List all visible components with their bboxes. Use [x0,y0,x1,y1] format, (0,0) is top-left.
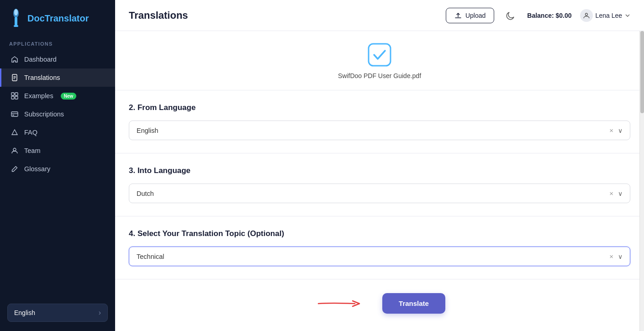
select-right-controls: × ∨ [609,126,623,134]
subscriptions-label: Subscriptions [24,110,64,118]
into-language-select[interactable]: Dutch × ∨ [129,184,630,203]
translate-button[interactable]: Translate [382,293,445,314]
sidebar-item-faq[interactable]: FAQ [0,123,115,142]
glossary-label: Glossary [24,165,50,173]
language-switcher[interactable]: English › [7,304,108,322]
topbar-actions: Upload Balance: $0.00 Lena Lee [446,7,630,24]
svg-rect-3 [14,25,18,27]
topic-select-right: × ∨ [609,252,623,260]
svg-point-16 [585,13,587,16]
from-language-value: English [137,127,158,134]
person-icon [583,12,590,19]
examples-label: Examples [24,92,53,100]
from-language-title: 2. From Language [129,103,630,112]
pen-icon [11,165,19,173]
theme-toggle-button[interactable] [502,7,519,24]
sidebar: DocTranslator APPLICATIONS Dashboard [0,0,115,331]
sidebar-item-dashboard[interactable]: Dashboard [0,50,115,68]
upload-icon [454,12,462,19]
svg-rect-8 [11,93,14,95]
chevron-down-icon [625,13,630,18]
content-area: SwifDoo PDF User Guide.pdf 2. From Langu… [115,31,644,331]
from-language-clear[interactable]: × [609,126,613,134]
svg-rect-10 [11,96,14,99]
file-card: SwifDoo PDF User Guide.pdf [338,42,421,79]
credit-card-icon [11,110,19,118]
svg-rect-14 [12,115,14,116]
grid-icon [11,92,19,100]
dashboard-label: Dashboard [24,56,57,63]
moon-icon [506,11,515,20]
app-logo-icon [9,8,23,28]
triangle-icon [11,128,19,137]
into-language-arrow: ∨ [618,190,623,197]
team-label: Team [24,147,40,154]
sidebar-item-examples[interactable]: Examples New [0,87,115,105]
sidebar-section-label: APPLICATIONS [0,37,115,50]
topic-section: 4. Select Your Translation Topic (Option… [115,216,644,279]
language-label: English [14,309,35,316]
user-menu[interactable]: Lena Lee [580,9,630,22]
svg-rect-0 [15,17,17,26]
topic-value: Technical [137,253,164,260]
arrow-container [314,295,369,312]
translations-label: Translations [24,74,60,81]
app-name: DocTranslator [27,13,89,24]
file-text-icon [11,74,19,82]
scrollbar-thumb[interactable] [640,31,644,113]
into-language-title: 3. Into Language [129,166,630,175]
svg-rect-17 [369,44,391,66]
into-language-value: Dutch [137,190,154,197]
language-arrow: › [99,309,101,317]
topic-clear[interactable]: × [609,252,613,260]
faq-label: FAQ [24,129,37,136]
user-icon [11,147,19,155]
user-avatar-icon [580,9,593,22]
file-name: SwifDoo PDF User Guide.pdf [338,72,421,79]
red-arrow-indicator [314,295,369,312]
topic-arrow: ∨ [618,253,623,260]
balance-display: Balance: $0.00 [527,12,571,19]
from-language-section: 2. From Language English × ∨ [115,90,644,153]
into-language-section: 3. Into Language Dutch × ∨ [115,153,644,216]
upload-button[interactable]: Upload [446,8,494,23]
svg-rect-12 [11,112,18,116]
home-icon [11,55,19,63]
main-content: Translations Upload Balance: $0.00 [115,0,644,331]
topbar: Translations Upload Balance: $0.00 [115,0,644,31]
svg-rect-11 [15,96,18,99]
user-name: Lena Lee [596,12,622,19]
page-title: Translations [129,10,188,21]
translate-area: Translate [115,279,644,327]
from-language-arrow: ∨ [618,127,623,134]
into-select-right: × ∨ [609,189,623,197]
topic-select[interactable]: Technical × ∨ [129,247,630,266]
sidebar-logo: DocTranslator [0,0,115,37]
sidebar-item-team[interactable]: Team [0,142,115,160]
examples-badge: New [61,93,77,100]
svg-point-2 [14,9,18,16]
file-preview-section: SwifDoo PDF User Guide.pdf [115,31,644,90]
sidebar-item-subscriptions[interactable]: Subscriptions [0,105,115,123]
from-language-select[interactable]: English × ∨ [129,121,630,140]
topic-title: 4. Select Your Translation Topic (Option… [129,229,630,238]
sidebar-nav: Dashboard Translations [0,50,115,296]
sidebar-item-translations[interactable]: Translations [0,68,115,87]
svg-point-15 [13,148,16,151]
into-language-clear[interactable]: × [609,189,613,197]
svg-rect-9 [15,93,18,95]
file-check-icon [367,42,392,68]
sidebar-item-glossary[interactable]: Glossary [0,160,115,178]
